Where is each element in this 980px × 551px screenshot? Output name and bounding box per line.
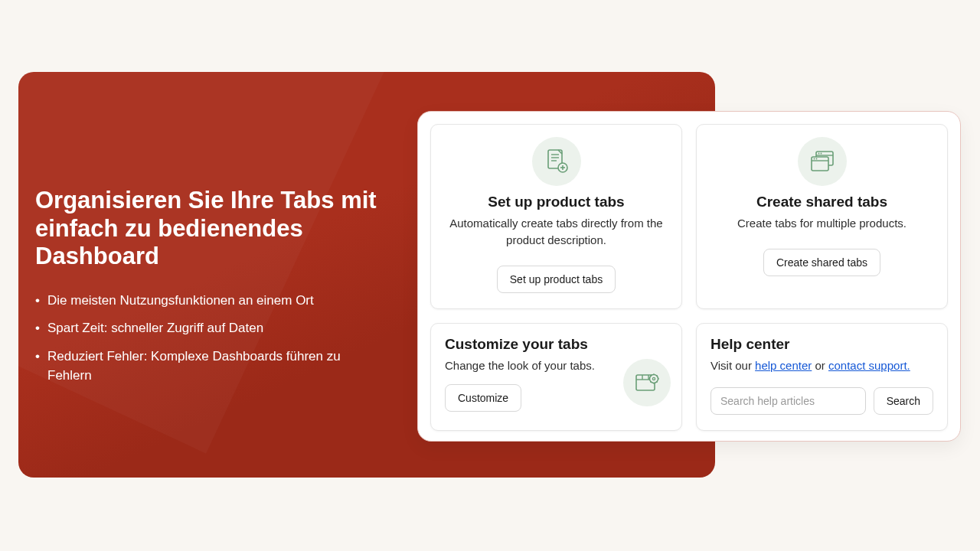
help-center-link[interactable]: help center xyxy=(755,359,812,372)
hero-title: Organisieren Sie Ihre Tabs mit einfach z… xyxy=(35,187,387,271)
svg-line-28 xyxy=(650,381,651,382)
card-description: Automatically create tabs directly from … xyxy=(445,215,668,249)
contact-support-link[interactable]: contact support. xyxy=(828,359,910,372)
card-create-shared-tabs: Create shared tabs Create tabs for multi… xyxy=(696,124,948,309)
card-customize-tabs: Customize your tabs Change the look of y… xyxy=(430,323,682,432)
svg-point-14 xyxy=(815,158,817,160)
help-text: or xyxy=(812,359,828,372)
search-help-input[interactable] xyxy=(710,387,866,415)
hero-bullet: Die meisten Nutzungsfunktionen an einem … xyxy=(35,291,387,311)
windows-icon xyxy=(798,137,847,186)
card-description: Create tabs for multiple products. xyxy=(737,215,906,232)
tab-gear-icon xyxy=(623,359,671,406)
svg-line-27 xyxy=(656,375,657,376)
card-title: Create shared tabs xyxy=(756,194,887,210)
create-shared-tabs-button[interactable]: Create shared tabs xyxy=(763,249,880,276)
help-text: Visit our xyxy=(710,359,755,372)
svg-line-25 xyxy=(650,375,651,376)
card-help-center: Help center Visit our help center or con… xyxy=(696,323,948,432)
card-description: Visit our help center or contact support… xyxy=(710,357,933,374)
svg-point-13 xyxy=(813,158,815,160)
card-title: Set up product tabs xyxy=(488,194,624,210)
hero-bullet: Spart Zeit: schneller Zugriff auf Daten xyxy=(35,318,387,338)
card-title: Help center xyxy=(710,336,933,353)
document-plus-icon xyxy=(532,137,581,186)
card-title: Customize your tabs xyxy=(445,336,668,353)
dashboard-panel: Set up product tabs Automatically create… xyxy=(417,111,961,442)
setup-product-tabs-button[interactable]: Set up product tabs xyxy=(497,266,616,293)
card-setup-product-tabs: Set up product tabs Automatically create… xyxy=(430,124,682,309)
hero-bullet: Reduziert Fehler: Komplexe Dashboards fü… xyxy=(35,347,387,386)
svg-point-10 xyxy=(820,153,822,155)
svg-line-26 xyxy=(656,381,657,382)
hero-feature-list: Die meisten Nutzungsfunktionen an einem … xyxy=(35,291,387,386)
search-button[interactable]: Search xyxy=(874,387,933,415)
customize-button[interactable]: Customize xyxy=(445,384,521,412)
svg-point-9 xyxy=(818,153,819,155)
